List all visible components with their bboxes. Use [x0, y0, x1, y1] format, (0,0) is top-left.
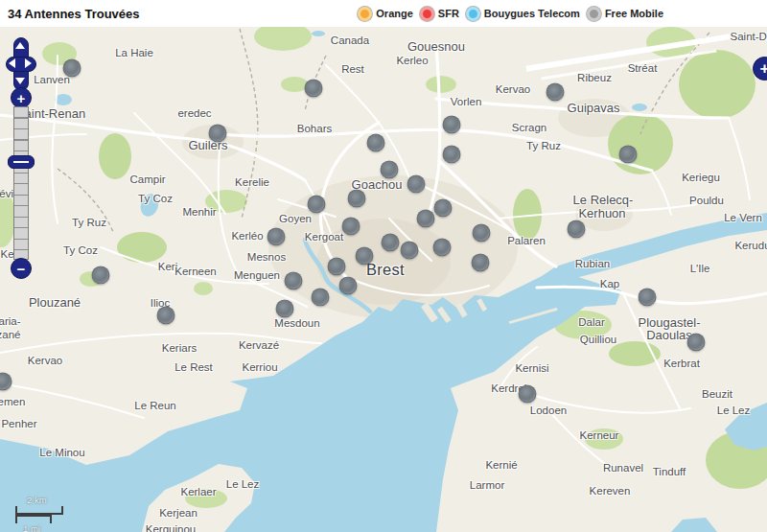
- antenna-marker[interactable]: [342, 218, 360, 236]
- antenna-marker[interactable]: [367, 134, 385, 152]
- legend-label: Orange: [376, 8, 413, 19]
- scale-bar: 2 km 1 mi: [15, 495, 63, 532]
- antenna-marker[interactable]: [348, 190, 366, 208]
- place-label: Le Rest: [174, 361, 213, 373]
- place-label: Bohars: [297, 123, 332, 134]
- place-label: Dalar: [578, 316, 604, 328]
- zoom-slider-track[interactable]: [13, 106, 29, 260]
- place-label: Tinduff: [653, 466, 686, 477]
- antenna-marker[interactable]: [687, 334, 706, 352]
- place-label: Le Relecq-: [573, 193, 634, 207]
- place-label: aria-: [0, 315, 21, 327]
- place-label: Rubian: [575, 258, 610, 269]
- place-label: Keriars: [162, 342, 197, 354]
- antenna-marker[interactable]: [356, 247, 374, 266]
- place-label: Kergoat: [305, 231, 343, 243]
- antenna-marker[interactable]: [434, 199, 453, 218]
- place-label: Kerhuon: [578, 206, 625, 220]
- scale-mi-bar: [15, 515, 52, 523]
- place-label: Kap: [600, 278, 619, 289]
- place-label: emen: [0, 396, 25, 407]
- antenna-marker[interactable]: [276, 300, 294, 318]
- place-label: Brest: [366, 261, 405, 279]
- place-label: Kerudu: [734, 240, 767, 251]
- place-label: Rest: [341, 63, 364, 75]
- place-label: Kernisi: [515, 362, 548, 374]
- place-label: Ty Coz: [63, 244, 98, 256]
- place-label: Saint-Di: [731, 31, 767, 42]
- antenna-marker[interactable]: [546, 83, 565, 102]
- antenna-marker[interactable]: [157, 307, 175, 325]
- place-label: Keriegu: [682, 172, 720, 183]
- legend-item: Orange: [358, 7, 413, 21]
- place-label: Larmor: [470, 479, 504, 491]
- pan-control[interactable]: [6, 37, 35, 89]
- antenna-marker[interactable]: [92, 266, 110, 285]
- place-label: Ty Ruz: [72, 217, 106, 228]
- antenna-marker[interactable]: [63, 59, 81, 78]
- antenna-marker[interactable]: [417, 210, 435, 228]
- antenna-marker[interactable]: [433, 239, 452, 257]
- antenna-marker[interactable]: [267, 228, 286, 246]
- antenna-marker[interactable]: [381, 161, 399, 179]
- antenna-marker[interactable]: [312, 289, 330, 307]
- pan-right-icon[interactable]: [25, 58, 32, 68]
- antenna-marker[interactable]: [209, 125, 227, 143]
- place-label: Campir: [129, 173, 165, 185]
- place-label: Kerneur: [580, 429, 619, 441]
- place-label: Le Reun: [134, 400, 175, 411]
- place-label: Kerléo: [231, 230, 263, 242]
- antenna-marker[interactable]: [472, 254, 490, 272]
- place-label: Kervao: [496, 83, 530, 95]
- place-label: Kervazé: [239, 339, 279, 351]
- legend-label: Free Mobile: [605, 8, 663, 19]
- zoom-out-button[interactable]: −: [11, 258, 32, 279]
- antenna-marker[interactable]: [401, 242, 419, 260]
- place-label: Lanven: [34, 74, 70, 85]
- antenna-marker[interactable]: [328, 258, 346, 276]
- antenna-marker[interactable]: [305, 80, 323, 98]
- antenna-marker[interactable]: [639, 289, 657, 307]
- free-mobile-dot-icon: [587, 7, 601, 21]
- map[interactable]: + − + 2 km 1 mi La HaieCanadaGouesnouKer…: [0, 27, 767, 532]
- antenna-marker[interactable]: [443, 146, 461, 164]
- antenna-marker[interactable]: [285, 272, 303, 290]
- legend-label: Bouygues Telecom: [484, 8, 580, 19]
- place-label: Runavel: [603, 462, 643, 474]
- pan-down-icon[interactable]: [15, 78, 25, 84]
- antenna-marker[interactable]: [308, 196, 326, 214]
- place-label: Stréat: [628, 62, 658, 74]
- place-label: Le Lez: [226, 478, 260, 490]
- map-canvas: [0, 27, 767, 532]
- zoom-slider-handle[interactable]: [8, 155, 35, 169]
- antenna-marker[interactable]: [339, 277, 358, 295]
- place-label: Goyen: [279, 213, 312, 224]
- antenna-marker[interactable]: [568, 220, 586, 239]
- place-label: Le Vern: [724, 212, 762, 223]
- orange-dot-icon: [358, 7, 372, 21]
- place-label: Menhir: [182, 206, 216, 218]
- place-label: Vorlen: [451, 96, 482, 107]
- pan-up-icon[interactable]: [15, 42, 25, 49]
- legend-item: SFR: [420, 7, 459, 21]
- antenna-marker[interactable]: [382, 234, 400, 252]
- page-title: 34 Antennes Trouvées: [0, 7, 140, 21]
- place-label: La Haie: [115, 47, 153, 58]
- place-label: Ty Ruz: [526, 140, 561, 151]
- place-label: Kerneen: [174, 266, 216, 277]
- antenna-marker[interactable]: [619, 146, 638, 164]
- antenna-marker[interactable]: [519, 385, 537, 404]
- place-label: Palaren: [507, 235, 546, 246]
- antenna-marker[interactable]: [473, 224, 491, 243]
- place-label: Lodoen: [530, 405, 567, 416]
- place-label: Canada: [331, 35, 369, 46]
- sfr-dot-icon: [420, 7, 434, 21]
- place-label: L'Ile: [690, 263, 710, 274]
- antenna-marker[interactable]: [443, 116, 461, 134]
- pan-left-icon[interactable]: [9, 58, 15, 68]
- place-label: Plouzané: [29, 295, 81, 310]
- antenna-marker[interactable]: [407, 175, 426, 194]
- zoom-in-button[interactable]: +: [11, 87, 32, 108]
- place-label: Penher: [1, 418, 36, 429]
- place-label: Kereven: [590, 485, 631, 497]
